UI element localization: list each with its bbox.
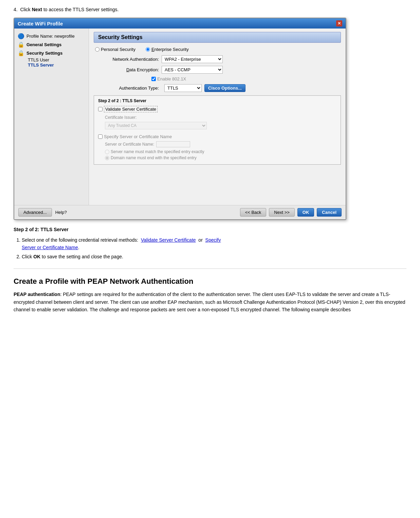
peap-body-text: PEAP authentication: PEAP settings are r…	[14, 291, 406, 313]
section-divider	[14, 269, 406, 269]
auth-type-select[interactable]: TTLS	[164, 84, 202, 92]
group-box-title: Step 2 of 2 : TTLS Server	[98, 98, 336, 103]
dialog-footer: Advanced... Help? << Back Next >> OK Can…	[14, 205, 346, 219]
dialog-title: Create WiFi Profile	[18, 21, 63, 26]
domain-end-label: Domain name must end with the specified …	[111, 155, 197, 160]
create-wifi-profile-dialog: Create WiFi Profile ✕ 🔵 Profile Name: ne…	[14, 18, 346, 220]
ttls-server-group: Step 2 of 2 : TTLS Server Validate Serve…	[94, 95, 341, 165]
next-button[interactable]: Next >>	[269, 208, 295, 217]
security-icon: 🔒	[18, 50, 24, 56]
validate-cert-checkbox[interactable]	[98, 107, 103, 111]
domain-end-row: Domain name must end with the specified …	[105, 155, 336, 160]
data-enc-label: Data Encryption:	[94, 67, 162, 72]
left-panel-security[interactable]: 🔒 Security Settings	[14, 49, 89, 57]
domain-end-radio[interactable]	[105, 156, 109, 160]
next-bold: Next	[32, 7, 42, 12]
cancel-button[interactable]: Cancel	[317, 208, 342, 217]
step4-intro: 4. Click Next to access the TTLS Server …	[14, 7, 406, 12]
left-panel-profile[interactable]: 🔵 Profile Name: newprofile	[14, 32, 89, 40]
network-auth-select[interactable]: WPA2 - Enterprise	[162, 55, 223, 63]
specify-server-checkbox[interactable]	[98, 134, 103, 139]
cert-issuer-label: Certificate Issuer:	[105, 115, 136, 120]
advanced-button[interactable]: Advanced...	[18, 208, 52, 217]
enable-8021x-label: Enable 802.1X	[157, 76, 186, 81]
back-button[interactable]: << Back	[240, 208, 267, 217]
server-cert-name-row: Server or Certificate Name:	[105, 141, 336, 147]
enterprise-security-label[interactable]: Enterprise Security	[146, 47, 189, 52]
step2-item1: Select one of the following credential r…	[22, 236, 406, 252]
dialog-body: 🔵 Profile Name: newprofile 🔒 General Set…	[14, 29, 346, 205]
network-auth-row: Network Authentication: WPA2 - Enterpris…	[94, 55, 341, 63]
security-settings-header: Security Settings	[94, 32, 341, 43]
help-link[interactable]: Help?	[55, 210, 67, 215]
validate-cert-label: Validate Server Certificate	[104, 106, 158, 112]
left-panel-general-label: General Settings	[26, 42, 61, 47]
cert-issuer-select-row: Any Trusted CA	[105, 122, 336, 129]
left-panel-security-label: Security Settings	[26, 51, 62, 56]
server-cert-name-input[interactable]	[156, 141, 190, 147]
match-exact-label: Server name must match the specified ent…	[111, 149, 204, 154]
validate-cert-row: Validate Server Certificate	[98, 106, 336, 112]
enable-8021x-row: Enable 802.1X	[151, 76, 341, 81]
specify-server-label: Specify Server or Certificate Name	[104, 134, 172, 139]
profile-icon: 🔵	[18, 33, 24, 39]
match-exact-row: Server name must match the specified ent…	[105, 149, 336, 154]
network-auth-label: Network Authentication:	[94, 57, 162, 62]
step2-item2: Click OK to save the setting and close t…	[22, 253, 406, 260]
auth-type-label: Authentication Type:	[94, 86, 162, 91]
personal-security-radio[interactable]	[95, 47, 99, 52]
step2-title: Step 2 of 2: TTLS Server	[14, 227, 406, 232]
cisco-options-button[interactable]: Cisco Options...	[204, 84, 245, 92]
server-cert-name-label: Server or Certificate Name:	[105, 142, 154, 147]
peap-section-heading: Create a Profile with PEAP Network Authe…	[14, 277, 406, 286]
data-enc-row: Data Encryption: AES - CCMP	[94, 66, 341, 74]
ok-button[interactable]: OK	[297, 208, 314, 217]
left-panel: 🔵 Profile Name: newprofile 🔒 General Set…	[14, 29, 89, 205]
enterprise-security-radio[interactable]	[146, 47, 150, 52]
ok-bold: OK	[33, 254, 40, 259]
auth-type-row: Authentication Type: TTLS Cisco Options.…	[94, 84, 341, 92]
peap-bold-term: PEAP authentication	[14, 292, 60, 297]
right-panel: Security Settings Personal Security Ente…	[89, 29, 346, 205]
validate-cert-link[interactable]: Validate Server Certificate	[141, 237, 196, 243]
data-enc-select[interactable]: AES - CCMP	[162, 66, 223, 74]
general-icon: 🔒	[18, 41, 24, 48]
left-panel-profile-label: Profile Name: newprofile	[26, 34, 75, 39]
security-type-row: Personal Security Enterprise Security	[95, 47, 341, 52]
ttls-user-label: TTLS User	[28, 57, 49, 62]
ttls-server-label: TTLS Server	[28, 62, 54, 68]
specify-server-row: Specify Server or Certificate Name	[98, 134, 336, 139]
left-panel-ttls-user[interactable]: TTLS User	[14, 57, 89, 62]
personal-security-label[interactable]: Personal Security	[95, 47, 135, 52]
cert-issuer-select[interactable]: Any Trusted CA	[105, 122, 207, 129]
left-panel-ttls-server[interactable]: TTLS Server	[14, 62, 89, 68]
dialog-titlebar: Create WiFi Profile ✕	[14, 18, 346, 29]
footer-left: Advanced... Help?	[18, 208, 67, 217]
left-panel-general[interactable]: 🔒 General Settings	[14, 40, 89, 49]
enable-8021x-checkbox[interactable]	[151, 77, 156, 81]
cert-issuer-row: Certificate Issuer:	[105, 115, 336, 120]
match-exact-radio[interactable]	[105, 150, 109, 154]
step2-list: Select one of the following credential r…	[22, 236, 406, 260]
footer-right: << Back Next >> OK Cancel	[240, 208, 342, 217]
dialog-close-button[interactable]: ✕	[336, 20, 342, 26]
